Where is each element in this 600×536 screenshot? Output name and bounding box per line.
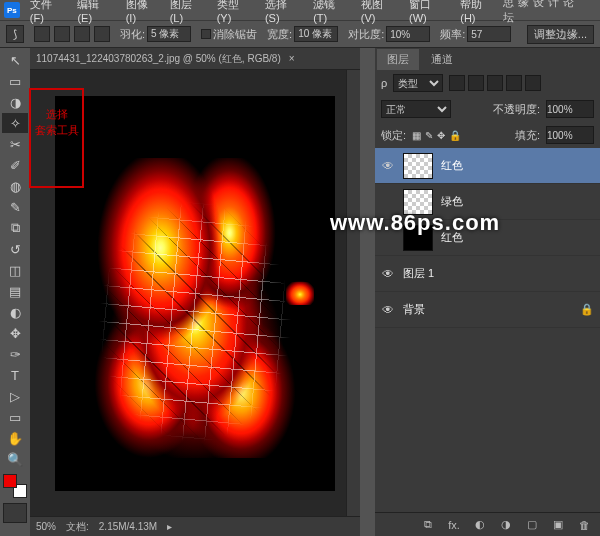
blend-row: 正常 不透明度: [375, 96, 600, 122]
tool-pen[interactable]: ✑ [2, 344, 28, 364]
layer-name[interactable]: 背景 [403, 302, 425, 317]
menu-filter[interactable]: 滤镜(T) [307, 0, 355, 24]
new-layer-icon[interactable]: ▣ [550, 517, 566, 533]
visibility-icon[interactable]: 👁 [381, 267, 395, 281]
antialias-checkbox[interactable] [201, 29, 211, 39]
tool-path[interactable]: ▷ [2, 386, 28, 406]
refine-edge-button[interactable]: 调整边缘... [527, 25, 594, 44]
link-layers-icon[interactable]: ⧉ [420, 517, 436, 533]
tool-brush[interactable]: ✎ [2, 197, 28, 217]
filter-adjust-icon[interactable] [468, 75, 484, 91]
close-tab-icon[interactable]: × [289, 53, 295, 64]
main-area: ↖ ▭ ◑ ✧ ✂ ✐ ◍ ✎ ⧉ ↺ ◫ ▤ ◐ ✥ ✑ T ▷ ▭ ✋ 🔍 … [0, 48, 600, 536]
tool-eraser[interactable]: ◫ [2, 260, 28, 280]
width-input[interactable] [294, 26, 338, 42]
menu-bar: Ps 文件(F) 编辑(E) 图像(I) 图层(L) 类型(Y) 选择(S) 滤… [0, 0, 600, 20]
layer-name[interactable]: 绿色 [441, 194, 463, 209]
menu-view[interactable]: 视图(V) [355, 0, 403, 24]
color-swatch[interactable] [3, 474, 27, 498]
selmode-sub[interactable] [74, 26, 90, 42]
tool-gradient[interactable]: ▤ [2, 281, 28, 301]
tool-move[interactable]: ↖ [2, 50, 28, 70]
group-icon[interactable]: ▢ [524, 517, 540, 533]
tool-healing[interactable]: ◍ [2, 176, 28, 196]
tool-eyedropper[interactable]: ✐ [2, 155, 28, 175]
tool-blur[interactable]: ◐ [2, 302, 28, 322]
contrast-label: 对比度: [348, 27, 384, 42]
tool-zoom[interactable]: 🔍 [2, 449, 28, 469]
tool-magic-wand[interactable]: ✧ [2, 113, 28, 133]
fx-icon[interactable]: fx. [446, 517, 462, 533]
status-arrow-icon[interactable]: ▸ [167, 521, 172, 532]
status-bar: 50% 文档: 2.15M/4.13M ▸ [30, 516, 360, 536]
tab-layers[interactable]: 图层 [377, 49, 419, 70]
layer-name[interactable]: 红色 [441, 158, 463, 173]
visibility-icon[interactable]: 👁 [381, 303, 395, 317]
tool-hand[interactable]: ✋ [2, 428, 28, 448]
fg-color[interactable] [3, 474, 17, 488]
feather-input[interactable] [147, 26, 191, 42]
contrast-input[interactable] [386, 26, 430, 42]
layer-name[interactable]: 图层 1 [403, 266, 434, 281]
tool-marquee[interactable]: ▭ [2, 71, 28, 91]
quick-mask[interactable] [3, 503, 27, 523]
selmode-new[interactable] [34, 26, 50, 42]
lock-transparent-icon[interactable]: ▦ [412, 130, 421, 141]
active-tool-icon[interactable]: ⟆ [6, 25, 24, 43]
docsize-value: 2.15M/4.13M [99, 521, 157, 532]
menu-type[interactable]: 类型(Y) [211, 0, 259, 24]
selmode-intersect[interactable] [94, 26, 110, 42]
mask-icon[interactable]: ◐ [472, 517, 488, 533]
menu-window[interactable]: 窗口(W) [403, 0, 454, 24]
frequency-label: 频率: [440, 27, 465, 42]
lock-label: 锁定: [381, 128, 406, 143]
opacity-input[interactable] [546, 100, 594, 118]
menu-layer[interactable]: 图层(L) [164, 0, 211, 24]
selection-mode-icons [34, 26, 110, 42]
document-tab[interactable]: 11074431_122403780263_2.jpg @ 50% (红色, R… [30, 48, 360, 70]
menu-file[interactable]: 文件(F) [24, 0, 72, 24]
layer-row[interactable]: 👁 图层 1 [375, 256, 600, 292]
filter-smart-icon[interactable] [525, 75, 541, 91]
selmode-add[interactable] [54, 26, 70, 42]
tool-crop[interactable]: ✂ [2, 134, 28, 154]
lock-image-icon[interactable]: ✎ [425, 130, 433, 141]
tool-stamp[interactable]: ⧉ [2, 218, 28, 238]
tool-shape[interactable]: ▭ [2, 407, 28, 427]
trash-icon[interactable]: 🗑 [576, 517, 592, 533]
document-tab-title: 11074431_122403780263_2.jpg @ 50% (红色, R… [36, 52, 281, 66]
annotation-redbox: 选择套索工具 [29, 88, 84, 188]
tool-lasso[interactable]: ◑ [2, 92, 28, 112]
filter-shape-icon[interactable] [506, 75, 522, 91]
layer-row[interactable]: 👁 背景 🔒 [375, 292, 600, 328]
panels-dock: 图层 通道 ρ 类型 正常 不透明度: 锁定: [375, 48, 600, 536]
layers-panel: 图层 通道 ρ 类型 正常 不透明度: 锁定: [375, 48, 600, 536]
tool-dodge[interactable]: ✥ [2, 323, 28, 343]
filter-type-icon[interactable] [487, 75, 503, 91]
menu-select[interactable]: 选择(S) [259, 0, 307, 24]
width-label: 宽度: [267, 27, 292, 42]
lock-icon: 🔒 [580, 303, 594, 316]
visibility-icon[interactable]: 👁 [381, 159, 395, 173]
layer-thumb[interactable] [403, 153, 433, 179]
menu-image[interactable]: 图像(I) [120, 0, 164, 24]
visibility-icon[interactable] [381, 195, 395, 209]
tab-channels[interactable]: 通道 [421, 49, 463, 70]
panel-tabs: 图层 通道 [375, 48, 600, 70]
filter-pixel-icon[interactable] [449, 75, 465, 91]
fill-input[interactable] [546, 126, 594, 144]
antialias-label: 消除锯齿 [213, 27, 257, 42]
layer-row[interactable]: 👁 红色 [375, 148, 600, 184]
blend-mode-select[interactable]: 正常 [381, 100, 451, 118]
menu-help[interactable]: 帮助(H) [454, 0, 503, 24]
scrollbar-vertical[interactable] [346, 70, 360, 516]
frequency-input[interactable] [467, 26, 511, 42]
adjustment-icon[interactable]: ◑ [498, 517, 514, 533]
zoom-value[interactable]: 50% [36, 521, 56, 532]
lock-position-icon[interactable]: ✥ [437, 130, 445, 141]
lock-all-icon[interactable]: 🔒 [449, 130, 461, 141]
filter-kind-select[interactable]: 类型 [393, 74, 443, 92]
tool-type[interactable]: T [2, 365, 28, 385]
menu-edit[interactable]: 编辑(E) [71, 0, 119, 24]
tool-history-brush[interactable]: ↺ [2, 239, 28, 259]
